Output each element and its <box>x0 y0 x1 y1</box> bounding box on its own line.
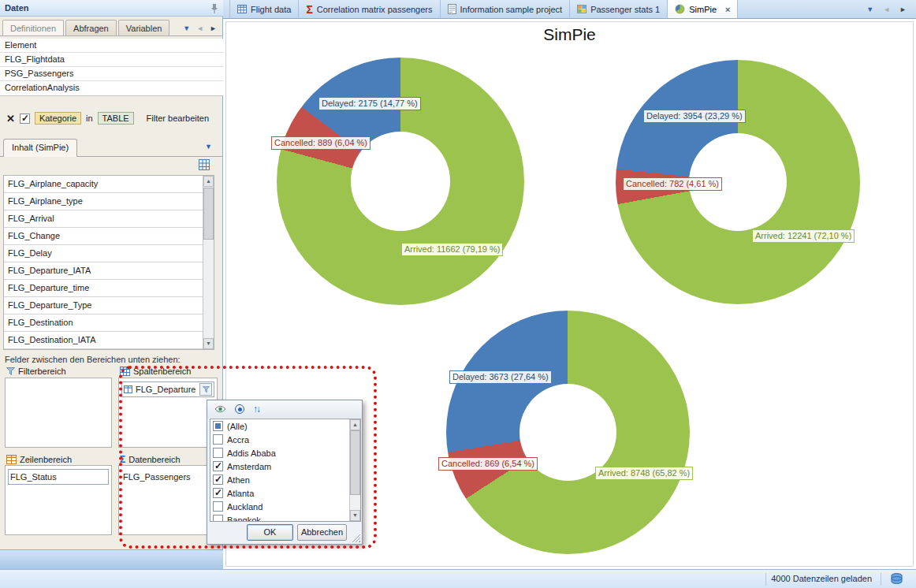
scroll-tabs-left-icon[interactable]: ◄ <box>883 6 890 13</box>
field-token-label: FLG_Status <box>10 472 57 482</box>
field-chooser-icon[interactable] <box>199 159 210 170</box>
field-token-flg-status[interactable]: FLG_Status <box>8 469 109 485</box>
tab-passenger-stats[interactable]: Passenger stats 1 <box>570 0 668 18</box>
tab-correlation-matrix[interactable]: Σ Correlation matrix passengers <box>299 0 440 18</box>
content-menu-chevron-icon[interactable]: ▼ <box>205 143 212 151</box>
field-item[interactable]: FLG_Departure_IATA <box>4 262 203 280</box>
filter-option-bangkok[interactable]: Bangkok <box>210 513 349 522</box>
nav-right-icon[interactable]: ► <box>210 24 217 32</box>
tab-definitionen[interactable]: Definitionen <box>2 20 64 35</box>
scrollbar-down-icon[interactable]: ▼ <box>350 510 360 521</box>
scrollbar-thumb[interactable] <box>350 430 360 495</box>
list-item[interactable]: CorrelationAnalysis <box>0 81 223 95</box>
filter-edit-link[interactable]: Filter bearbeiten <box>147 114 210 123</box>
resize-grip[interactable] <box>352 534 360 542</box>
tab-inhalt-simpie[interactable]: Inhalt (SimPie) <box>3 139 77 157</box>
scrollbar-down-icon[interactable]: ▼ <box>203 338 214 349</box>
tab-variablen[interactable]: Variablen <box>118 20 170 35</box>
slice-label-cancelled: Cancelled: 889 (6,04 %) <box>271 136 370 150</box>
rows-area-header: Zeilenbereich <box>6 454 72 465</box>
field-item[interactable]: FLG_Destination_IATA <box>4 332 203 349</box>
tab-controls: ▼ ◄ ► <box>183 24 223 35</box>
tab-flight-data[interactable]: Flight data <box>229 0 299 18</box>
list-item: Element <box>0 39 223 53</box>
document-tabbar: Flight data Σ Correlation matrix passeng… <box>223 0 916 19</box>
field-item[interactable]: FLG_Arrival <box>4 210 203 228</box>
list-item[interactable]: PSG_Passengers <box>0 67 223 81</box>
sigma-icon: Σ <box>120 456 125 463</box>
tab-label: Correlation matrix passengers <box>317 5 433 14</box>
tab-abfragen[interactable]: Abfragen <box>65 20 117 35</box>
popup-toolbar: ↑↓ <box>207 400 362 418</box>
field-item[interactable]: FLG_Destination <box>4 314 203 332</box>
checkbox-icon[interactable] <box>213 434 223 445</box>
filter-option-addis-ababa[interactable]: Addis Ababa <box>210 446 349 460</box>
data-area-dropzone[interactable]: FLG_Passengers <box>118 465 218 535</box>
radio-mode-icon[interactable] <box>235 404 244 414</box>
divider <box>881 573 881 586</box>
scrollbar[interactable]: ▲ ▼ <box>349 419 360 521</box>
checkbox-icon[interactable] <box>213 488 223 498</box>
field-item[interactable]: FLG_Airplane_type <box>4 193 203 210</box>
filter-checkbox[interactable] <box>20 114 30 124</box>
panel-tabbar: Definitionen Abfragen Variablen ▼ ◄ ► <box>0 17 223 36</box>
collapsed-panel-bar[interactable] <box>0 549 223 569</box>
scrollbar-up-icon[interactable]: ▲ <box>203 176 214 187</box>
close-icon[interactable]: × <box>725 5 730 14</box>
tab-information-sample-project[interactable]: Information sample project <box>441 0 571 18</box>
filter-option-amsterdam[interactable]: Amsterdam <box>210 460 349 473</box>
rows-area-dropzone[interactable]: FLG_Status <box>5 465 112 535</box>
nav-left-icon[interactable]: ◄ <box>196 24 203 32</box>
filter-option-accra[interactable]: Accra <box>210 433 349 446</box>
scrollbar-up-icon[interactable]: ▲ <box>350 419 360 430</box>
filter-option-atlanta[interactable]: Atlanta <box>210 486 349 500</box>
slice-label-arrived: Arrived: 8748 (65,82 %) <box>595 467 693 480</box>
checkbox-icon[interactable] <box>213 515 223 522</box>
field-item[interactable]: FLG_Delay <box>4 245 203 262</box>
checkbox-icon[interactable] <box>213 421 223 431</box>
slice-label-delayed: Delayed: 3954 (23,29 %) <box>643 110 746 123</box>
filter-option-athen[interactable]: Athen <box>210 473 349 486</box>
field-item[interactable]: FLG_Airplane_capacity <box>4 176 203 193</box>
rows-grid-icon <box>6 455 17 464</box>
cancel-button[interactable]: Abbrechen <box>297 524 347 541</box>
pin-icon[interactable] <box>210 3 218 13</box>
filter-option-alle[interactable]: (Alle) <box>210 419 349 433</box>
slice-label-delayed: Delayed: 3673 (27,64 %) <box>449 370 552 384</box>
field-token-flg-passengers[interactable]: FLG_Passengers <box>123 472 191 482</box>
option-label: Amsterdam <box>227 462 271 471</box>
app-window: Daten Definitionen Abfragen Variablen ▼ … <box>0 0 916 588</box>
divider <box>765 573 766 586</box>
field-item[interactable]: FLG_Departure_time <box>4 280 203 297</box>
field-token-flg-departure[interactable]: FLG_Departure <box>121 381 214 397</box>
donut-chart-1 <box>277 58 524 305</box>
filter-value-chip[interactable]: TABLE <box>98 112 134 125</box>
list-item[interactable]: FLG_Flightdata <box>0 53 223 67</box>
slice-label-arrived: Arrived: 11662 (79,19 %) <box>401 243 503 256</box>
ok-button[interactable]: OK <box>247 524 293 541</box>
field-item[interactable]: FLG_Change <box>4 228 203 245</box>
checkbox-icon[interactable] <box>213 474 223 485</box>
checkbox-icon[interactable] <box>213 461 223 471</box>
donut-chart-3 <box>446 311 690 554</box>
sort-icon[interactable]: ↑↓ <box>253 404 259 415</box>
filter-option-auckland[interactable]: Auckland <box>210 500 349 513</box>
chevron-down-icon[interactable]: ▼ <box>183 24 190 32</box>
checkbox-icon[interactable] <box>213 448 223 458</box>
tab-list-chevron-icon[interactable]: ▼ <box>866 6 873 13</box>
eye-icon[interactable] <box>214 405 226 413</box>
pie-icon <box>675 4 685 14</box>
checkbox-icon[interactable] <box>213 501 223 512</box>
scrollbar[interactable]: ▲ ▼ <box>203 176 214 349</box>
scrollbar-thumb[interactable] <box>203 188 214 240</box>
available-fields-list: FLG_Airplane_capacity FLG_Airplane_type … <box>3 175 214 350</box>
remove-filter-icon[interactable]: ✕ <box>6 113 15 125</box>
columns-area-dropzone[interactable]: FLG_Departure <box>118 378 218 448</box>
filter-area-dropzone[interactable] <box>5 378 112 448</box>
scroll-tabs-right-icon[interactable]: ► <box>899 6 907 13</box>
field-item[interactable]: FLG_Departure_Type <box>4 297 203 314</box>
stats-grid-icon <box>577 5 586 13</box>
tab-simpie[interactable]: SimPie × <box>668 0 738 18</box>
filter-field-chip[interactable]: Kategorie <box>35 112 81 125</box>
field-filter-button[interactable] <box>199 383 212 396</box>
